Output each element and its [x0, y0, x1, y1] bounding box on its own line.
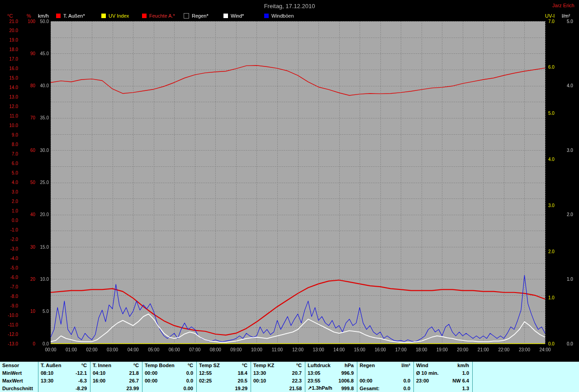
table-cell: 00:1022.3 — [251, 377, 305, 385]
cell-value: 0.00 — [184, 386, 193, 391]
cell-value: °C — [296, 363, 302, 368]
table-cell: Temp KZ°C — [251, 362, 305, 369]
t-aussen-color-swatch-icon — [56, 14, 61, 18]
legend-item-feuchte: Feuchte A.* — [142, 13, 175, 19]
cell-value: 0.0 — [186, 370, 193, 376]
row-label: MinWert — [0, 369, 38, 377]
cell-time: Regen — [360, 363, 375, 368]
table-cell: 00:000.0 — [357, 377, 413, 385]
table-filler — [472, 384, 579, 392]
cell-value: 1.0 — [462, 370, 469, 376]
legend-item-regen: Regen* — [184, 13, 209, 19]
cell-time: 00:00 — [145, 378, 157, 383]
table-cell: T. Innen°C — [90, 362, 142, 369]
weather-chart — [0, 0, 579, 359]
table-row-min: MinWert08:10-12.104:1021.800:000.012:551… — [0, 369, 579, 377]
table-row-max: MaxWert13:30-6.316:0026.700:000.002:2520… — [0, 377, 579, 385]
table-cell: T. Außen°C — [38, 362, 90, 369]
cell-time: Temp KZ — [253, 363, 274, 368]
cell-time: Wind — [416, 363, 428, 368]
table-cell: 02:2520.5 — [196, 377, 251, 385]
table-cell: 0.00 — [142, 384, 196, 392]
wind-axis-unit: km/h — [38, 13, 49, 19]
uv-index-color-swatch-icon — [101, 14, 106, 18]
cell-value: 999.8 — [341, 386, 354, 391]
table-cell: LuftdruckhPa — [305, 362, 357, 369]
cell-value: °C — [81, 363, 87, 368]
legend-label: UV Index — [109, 13, 129, 19]
legend-label: T. Außen* — [63, 13, 85, 19]
table-cell: 12:5518.4 — [196, 369, 251, 377]
table-cell: 23.99 — [90, 384, 142, 392]
table-cell: 04:1021.8 — [90, 369, 142, 377]
table-cell: Temp SZ°C — [196, 362, 251, 369]
cell-value: 0.0 — [186, 378, 193, 383]
cell-time: Temp SZ — [199, 363, 220, 368]
cell-value: hPa — [345, 363, 354, 368]
humidity-axis-unit: % — [27, 13, 31, 19]
cell-value: 996.9 — [341, 370, 354, 376]
legend-item-t-aussen: T. Außen* — [56, 13, 85, 19]
legend-item-windboeen: Windböen — [264, 13, 294, 19]
legend-label: Feuchte A.* — [149, 13, 175, 19]
station-owner-label: Jarz Erich — [552, 3, 574, 8]
cell-value: °C — [133, 363, 139, 368]
cell-time: 23:55 — [308, 378, 320, 383]
cell-time: T. Innen — [93, 363, 111, 368]
cell-value: 1.3 — [462, 386, 469, 391]
table-cell: 1.3 — [413, 384, 472, 392]
cell-value: 0.0 — [403, 378, 410, 383]
cell-time: 23:00 — [416, 378, 429, 383]
cell-value: -6.3 — [78, 378, 87, 383]
table-row-avg: Durchschnitt-8.2923.990.0019.2921.58↗1.3… — [0, 384, 579, 392]
cell-value: 21.8 — [129, 370, 139, 376]
cell-time: T. Außen — [41, 363, 61, 368]
table-cell: 23:00NW 6.4 — [413, 377, 472, 385]
cell-time: 02:25 — [199, 378, 212, 383]
cell-time: 08:10 — [41, 370, 53, 376]
title-bar: Freitag, 17.12.2010 Jarz Erich — [0, 2, 579, 10]
table-cell: Temp Boden°C — [142, 362, 196, 369]
cell-time: 13:30 — [253, 370, 266, 376]
cell-time: Gesamt: — [360, 386, 380, 391]
table-filler — [472, 362, 579, 369]
cell-time: 12:55 — [199, 370, 212, 376]
cell-value: 21.58 — [289, 386, 302, 391]
uv-axis-unit: UV-I — [545, 13, 555, 19]
cell-value: 19.29 — [235, 386, 247, 391]
cell-value: 0.0 — [403, 386, 410, 391]
cell-time: Luftdruck — [308, 363, 331, 368]
table-cell: Gesamt:0.0 — [357, 384, 413, 392]
cell-value: 1006.8 — [338, 378, 354, 383]
rain-axis-unit: l/m² — [562, 13, 570, 19]
cell-value: °C — [242, 363, 247, 368]
table-cell: Windkm/h — [413, 362, 472, 369]
cell-time: 00:10 — [253, 378, 266, 383]
cell-value: -12.1 — [76, 370, 87, 376]
row-label: MaxWert — [0, 377, 38, 385]
table-cell: 00:000.0 — [142, 369, 196, 377]
cell-value: °C — [188, 363, 193, 368]
cell-time: Ø 10 min. — [416, 370, 439, 376]
table-cell: 13:05996.9 — [305, 369, 357, 377]
regen-color-swatch-icon — [184, 13, 189, 19]
cell-time: 04:10 — [93, 370, 105, 376]
feuchte-color-swatch-icon — [142, 14, 147, 18]
table-cell: 16:0026.7 — [90, 377, 142, 385]
cell-time: 16:00 — [93, 378, 105, 383]
cell-time: 00:00 — [360, 378, 372, 383]
cell-value: 18.4 — [238, 370, 247, 376]
cell-time: ↗1.3hPa/h — [308, 385, 332, 391]
table-cell: Ø 10 min.1.0 — [413, 369, 472, 377]
windboeen-color-swatch-icon — [264, 14, 269, 18]
legend-item-wind: Wind* — [223, 13, 244, 19]
legend-label: Wind* — [231, 13, 244, 19]
cell-value: 23.99 — [126, 386, 139, 391]
temperature-axis-unit: °C — [7, 13, 13, 19]
table-cell: 23:551006.8 — [305, 377, 357, 385]
cell-value: 22.3 — [292, 378, 302, 383]
row-label: Durchschnitt — [0, 384, 38, 392]
cell-value: 20.5 — [238, 378, 247, 383]
cell-time: Temp Boden — [145, 363, 175, 368]
cell-value: km/h — [457, 363, 469, 368]
